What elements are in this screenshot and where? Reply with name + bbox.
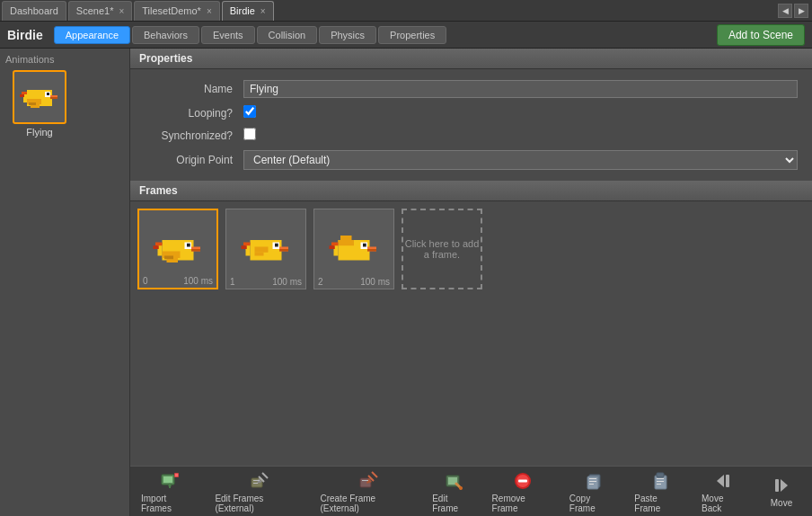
bird-sprite-frame1 [239,227,293,271]
animation-item-flying[interactable]: Flying [4,70,75,138]
frame-info-0: 0 100 ms [143,276,213,286]
svg-rect-40 [331,243,339,246]
bird-sprite-flying [18,81,61,113]
tab-birdie-close[interactable]: × [260,6,266,16]
copy-frame-label: Copy Frame [569,494,618,513]
animation-thumb-flying [13,70,66,124]
svg-rect-5 [47,93,49,95]
svg-rect-69 [589,481,596,482]
svg-marker-78 [781,479,788,492]
prop-looping-value [243,105,798,120]
move-forward-icon [771,475,792,496]
prop-name-label: Name [145,83,243,95]
frames-scroll-area[interactable]: 0 100 ms [130,201,812,466]
svg-rect-70 [589,484,594,485]
create-frame-external-button[interactable]: Create Frame (External) [313,467,423,517]
create-frame-external-label: Create Frame (External) [320,494,416,513]
prop-name-value [243,80,798,98]
svg-line-55 [372,472,377,477]
synchronized-checkbox[interactable] [243,128,256,140]
edit-frame-button[interactable]: Edit Frame [425,467,482,517]
edit-frames-external-button[interactable]: Edit Frames (External) [207,467,311,517]
app-title: Birdie [7,28,43,42]
edit-frame-icon [443,470,464,492]
content-area: Properties Name Looping? Synchronized? [130,49,812,516]
svg-rect-16 [187,244,190,247]
add-frame-button[interactable]: Click here to add a frame. [402,209,482,289]
tab-nav-left[interactable]: ◀ [778,4,792,18]
frame-item-1[interactable]: 1 100 ms [225,209,306,289]
prop-row-origin: Origin Point Center (Default) Top Left T… [130,147,812,173]
add-frame-text: Click here to add a frame. [403,238,481,260]
tab-birdie[interactable]: Birdie × [222,1,274,21]
svg-rect-19 [155,243,163,246]
add-to-scene-button[interactable]: Add to Scene [717,24,805,46]
svg-rect-10 [29,102,36,105]
svg-rect-75 [657,484,661,485]
tab-behaviors[interactable]: Behaviors [132,26,199,44]
svg-rect-24 [255,247,269,253]
frame-canvas-2 [322,218,385,280]
tab-tilesetdemo-close[interactable]: × [207,6,212,16]
prop-row-looping: Looping? [130,102,812,124]
frames-section-header: Frames [130,181,812,201]
svg-rect-29 [279,249,288,252]
svg-rect-39 [367,249,376,252]
svg-rect-37 [363,244,366,247]
svg-rect-52 [253,480,260,481]
paste-frame-label: Paste Frame [634,494,685,513]
nav-tabs: Appearance Behaviors Events Collision Ph… [54,26,447,44]
svg-rect-72 [657,473,664,477]
svg-rect-43 [163,476,172,483]
edit-frame-label: Edit Frame [432,494,475,513]
prop-origin-value: Center (Default) Top Left Top Right Bott… [243,150,798,170]
svg-line-49 [262,473,268,478]
prop-synchronized-label: Synchronized? [145,129,243,142]
frame-item-0[interactable]: 0 100 ms [137,209,218,289]
import-frames-button[interactable]: Import Frames [134,467,206,517]
frame-duration-0: 100 ms [183,276,213,286]
tab-appearance[interactable]: Appearance [54,26,130,44]
svg-rect-79 [775,479,779,492]
tab-dashboard-label: Dashboard [10,5,58,16]
move-back-label: Move Back [702,494,746,513]
move-forward-button[interactable]: Move [755,471,808,512]
tab-tilesetdemo[interactable]: TilesetDemo* × [134,1,219,21]
move-forward-label: Move [771,498,792,508]
remove-frame-button[interactable]: Remove Frame [485,467,560,517]
bottom-toolbar: Import Frames Edit Frames (External) [130,466,812,516]
tab-birdie-label: Birdie [230,5,255,16]
svg-rect-68 [589,478,596,479]
tab-physics[interactable]: Physics [319,26,376,44]
frame-duration-1: 100 ms [272,277,302,287]
header-row: Birdie Appearance Behaviors Events Colli… [0,22,812,49]
tab-scene1[interactable]: Scene1* × [68,1,132,21]
tab-scene1-close[interactable]: × [119,6,124,16]
tab-nav-right[interactable]: ▶ [794,4,808,18]
tab-collision[interactable]: Collision [257,26,318,44]
tab-tilesetdemo-label: TilesetDemo* [142,5,201,16]
svg-rect-35 [340,236,352,241]
paste-frame-icon [649,470,671,492]
tab-properties[interactable]: Properties [378,26,446,44]
tab-dashboard[interactable]: Dashboard [2,1,66,21]
looping-checkbox[interactable] [243,105,256,118]
create-frame-external-icon [357,470,379,492]
tab-scene1-label: Scene1* [76,5,114,16]
svg-point-62 [459,486,463,490]
svg-rect-65 [518,479,527,482]
copy-frame-icon [583,470,605,492]
origin-point-select[interactable]: Center (Default) Top Left Top Right Bott… [243,150,798,170]
svg-rect-20 [154,245,159,249]
remove-frame-label: Remove Frame [492,494,553,513]
paste-frame-button[interactable]: Paste Frame [627,467,693,517]
frame-item-2[interactable]: 2 100 ms [313,209,394,289]
svg-rect-18 [191,249,200,252]
edit-frames-external-label: Edit Frames (External) [215,494,304,513]
tab-events[interactable]: Events [201,26,255,44]
svg-rect-58 [362,480,368,481]
move-back-button[interactable]: Move Back [694,467,753,517]
move-back-icon [712,470,734,492]
name-input[interactable] [243,80,798,98]
copy-frame-button[interactable]: Copy Frame [562,467,625,517]
